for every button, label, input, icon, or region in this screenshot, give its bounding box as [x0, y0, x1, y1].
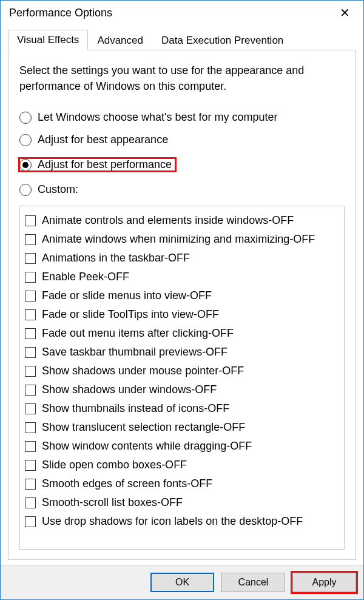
intro-text: Select the settings you want to use for …: [19, 62, 345, 94]
effects-checklist: Animate controls and elements inside win…: [19, 206, 345, 550]
radio-option[interactable]: Adjust for best appearance: [19, 133, 345, 146]
radio-label: Custom:: [38, 183, 78, 196]
radio-icon: [19, 134, 32, 146]
effect-item[interactable]: Fade or slide ToolTips into view-OFF: [25, 305, 339, 324]
checkbox-icon: [25, 215, 36, 226]
tab-label: Advanced: [97, 35, 143, 46]
effect-label: Fade or slide menus into view-OFF: [42, 288, 212, 304]
effect-label: Slide open combo boxes-OFF: [42, 457, 187, 473]
checkbox-icon: [25, 272, 36, 283]
checkbox-icon: [25, 441, 36, 452]
effect-item[interactable]: Enable Peek-OFF: [25, 268, 339, 286]
effect-label: Use drop shadows for icon labels on the …: [42, 513, 303, 530]
tab-label: Data Execution Prevention: [161, 35, 283, 46]
cancel-button-label: Cancel: [238, 577, 269, 588]
effect-item[interactable]: Fade or slide menus into view-OFF: [25, 286, 339, 305]
checkbox-icon: [25, 309, 36, 320]
radio-icon: [19, 112, 32, 124]
tab-panel-visual-effects: Select the settings you want to use for …: [8, 50, 356, 560]
checkbox-icon: [25, 328, 36, 339]
effect-label: Show translucent selection rectangle-OFF: [42, 419, 245, 436]
effect-label: Smooth edges of screen fonts-OFF: [42, 476, 212, 492]
checkbox-icon: [25, 291, 36, 302]
checkbox-icon: [25, 253, 36, 264]
effect-item[interactable]: Show translucent selection rectangle-OFF: [25, 418, 339, 437]
checkbox-icon: [25, 422, 36, 433]
effect-label: Show shadows under mouse pointer-OFF: [42, 363, 244, 379]
effect-item[interactable]: Show shadows under mouse pointer-OFF: [25, 362, 339, 380]
effect-item[interactable]: Smooth edges of screen fonts-OFF: [25, 474, 339, 493]
effect-label: Show shadows under windows-OFF: [42, 382, 217, 398]
tab-strip: Visual EffectsAdvancedData Execution Pre…: [1, 26, 363, 50]
effect-item[interactable]: Show thumbnails instead of icons-OFF: [25, 399, 339, 418]
cancel-button[interactable]: Cancel: [221, 573, 285, 592]
checkbox-icon: [25, 385, 36, 396]
tab-advanced[interactable]: Advanced: [88, 30, 152, 50]
radio-option[interactable]: Adjust for best performance: [19, 158, 175, 171]
effect-label: Enable Peek-OFF: [42, 269, 129, 285]
effect-item[interactable]: Smooth-scroll list boxes-OFF: [25, 493, 339, 512]
effect-label: Show thumbnails instead of icons-OFF: [42, 400, 229, 417]
apply-button[interactable]: Apply: [292, 573, 356, 592]
effect-item[interactable]: Slide open combo boxes-OFF: [25, 456, 339, 474]
effect-item[interactable]: Fade out menu items after clicking-OFF: [25, 324, 339, 343]
performance-options-window: Performance Options ✕ Visual EffectsAdva…: [0, 0, 364, 600]
effect-label: Fade or slide ToolTips into view-OFF: [42, 306, 219, 323]
checkbox-icon: [25, 497, 36, 508]
close-icon[interactable]: ✕: [335, 5, 355, 20]
window-title: Performance Options: [9, 7, 112, 19]
tab-label: Visual Effects: [17, 34, 79, 46]
tab-data-execution-prevention[interactable]: Data Execution Prevention: [152, 30, 292, 50]
checkbox-icon: [25, 479, 36, 490]
checkbox-icon: [25, 366, 36, 377]
radio-group: Let Windows choose what's best for my co…: [19, 109, 345, 206]
effect-item[interactable]: Animations in the taskbar-OFF: [25, 249, 339, 268]
effect-label: Animate windows when minimizing and maxi…: [42, 231, 315, 248]
radio-option[interactable]: Custom:: [19, 183, 345, 196]
checkbox-icon: [25, 403, 36, 414]
effect-label: Smooth-scroll list boxes-OFF: [42, 494, 183, 511]
tab-visual-effects[interactable]: Visual Effects: [8, 30, 88, 50]
effect-label: Save taskbar thumbnail previews-OFF: [42, 344, 228, 360]
apply-button-label: Apply: [312, 577, 336, 588]
ok-button[interactable]: OK: [150, 573, 214, 592]
ok-button-label: OK: [175, 577, 189, 588]
effect-label: Animations in the taskbar-OFF: [42, 250, 190, 266]
checkbox-icon: [25, 460, 36, 471]
effect-item[interactable]: Animate windows when minimizing and maxi…: [25, 230, 339, 249]
checkbox-icon: [25, 234, 36, 245]
radio-icon: [19, 159, 32, 171]
effect-label: Animate controls and elements inside win…: [42, 212, 294, 229]
titlebar: Performance Options ✕: [1, 1, 363, 26]
checkbox-icon: [25, 347, 36, 358]
radio-label: Adjust for best appearance: [38, 133, 168, 146]
dialog-button-row: OK Cancel Apply: [1, 565, 363, 599]
effect-item[interactable]: Show window contents while dragging-OFF: [25, 437, 339, 456]
effect-item[interactable]: Save taskbar thumbnail previews-OFF: [25, 343, 339, 362]
effect-label: Show window contents while dragging-OFF: [42, 438, 252, 454]
radio-label: Let Windows choose what's best for my co…: [38, 111, 278, 124]
radio-label: Adjust for best performance: [38, 158, 172, 171]
effect-item[interactable]: Use drop shadows for icon labels on the …: [25, 512, 339, 531]
effect-item[interactable]: Show shadows under windows-OFF: [25, 380, 339, 399]
radio-option[interactable]: Let Windows choose what's best for my co…: [19, 111, 345, 124]
radio-icon: [19, 184, 32, 196]
effect-label: Fade out menu items after clicking-OFF: [42, 325, 234, 342]
effect-item[interactable]: Animate controls and elements inside win…: [25, 211, 339, 230]
checkbox-icon: [25, 516, 36, 527]
